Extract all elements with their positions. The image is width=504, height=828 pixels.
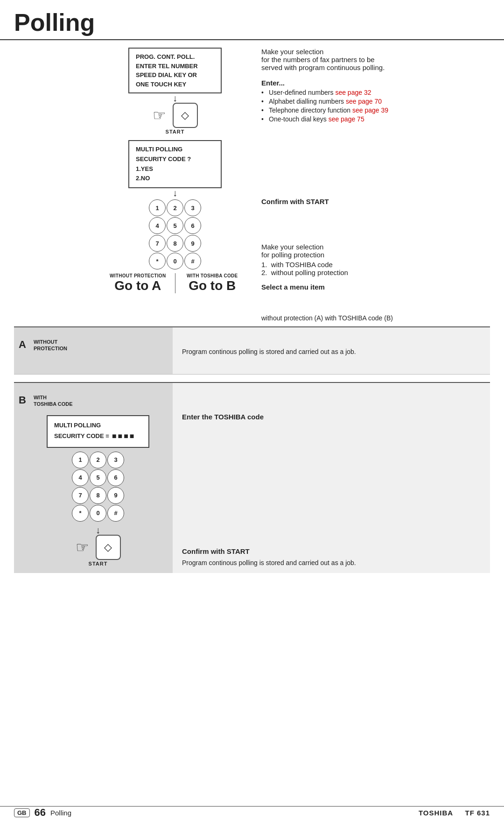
section-b-final-text: Program continous polling is stored and … <box>182 559 481 566</box>
key-*[interactable]: * <box>72 505 89 522</box>
sec-item-2: 2. without polling protection <box>261 269 490 276</box>
section-b-left: B WITH TOSHIBA CODE MULTI POLLING SECURI… <box>14 383 173 573</box>
top-screen-line3: SPEED DIAL KEY OR <box>136 71 214 80</box>
section-a-text: Program continous polling is stored and … <box>182 334 481 355</box>
arrow-down-1: ↓ <box>173 93 177 103</box>
confirm-start-top: Confirm with START <box>261 198 490 205</box>
arrow-down-2: ↓ <box>173 188 177 198</box>
footer-section: Polling <box>50 809 71 817</box>
bullet-1: User-defined numbers see page 32 <box>261 89 490 96</box>
footer-gb: GB <box>14 808 30 817</box>
bullet-3: Telephone directory function see page 39 <box>261 106 490 114</box>
enter-toshiba-label: Enter the TOSHIBA code <box>182 413 481 421</box>
sec-item-1: 1. with TOSHIBA code <box>261 261 490 269</box>
intro-text-3: served with program continuous polling. <box>261 64 490 71</box>
b-screen-line1: MULTI POLLING <box>54 421 142 431</box>
sec-note: without protection (A) with TOSHIBA code… <box>261 314 490 322</box>
start-button-b[interactable]: ◇ <box>96 535 121 560</box>
top-diagram: PROG. CONT. POLL. ENTER TEL NUMBER SPEED… <box>103 48 247 322</box>
key-7[interactable]: 7 <box>149 235 166 252</box>
keypad: 123456789*0# <box>149 199 201 269</box>
section-a: A WITHOUT PROTECTION Program continous p… <box>14 326 490 375</box>
key-5[interactable]: 5 <box>90 469 106 486</box>
sec-line3: 1.YES <box>136 164 214 174</box>
key-8[interactable]: 8 <box>90 487 106 504</box>
start-label-top: START <box>166 129 185 134</box>
key-4[interactable]: 4 <box>149 217 166 234</box>
key-#[interactable]: # <box>107 505 124 522</box>
top-screen-line2: ENTER TEL NUMBER <box>136 62 214 71</box>
key-8[interactable]: 8 <box>167 235 183 252</box>
key-5[interactable]: 5 <box>167 217 183 234</box>
key-#[interactable]: # <box>184 253 201 269</box>
keypad-b: 123456789*0# <box>72 452 124 522</box>
with-toshiba-label: WITH TOSHIBA CODE <box>187 273 238 278</box>
footer-model: TF 631 <box>465 809 490 817</box>
arrow-down-b: ↓ <box>96 525 100 535</box>
bullet-4: One-touch dial keys see page 75 <box>261 115 490 123</box>
footer-page: 66 <box>35 807 46 819</box>
key-2[interactable]: 2 <box>167 199 183 216</box>
footer: GB 66 Polling TOSHIBA TF 631 <box>0 806 504 819</box>
goto-b-col: WITH TOSHIBA CODE Go to B <box>177 273 248 293</box>
enter-bullets: User-defined numbers see page 32 Alphabe… <box>261 89 490 123</box>
key-0[interactable]: 0 <box>167 253 183 269</box>
section-a-sub-label: WITHOUT PROTECTION <box>34 339 67 352</box>
section-b-right: Enter the TOSHIBA code Confirm with STAR… <box>173 383 490 573</box>
link-2[interactable]: see page 70 <box>346 98 382 105</box>
key-3[interactable]: 3 <box>184 199 201 216</box>
section-a-left: A WITHOUT PROTECTION <box>14 327 173 374</box>
hand-start-b-row: ☞ ◇ <box>76 535 121 560</box>
goto-a-col: WITHOUT PROTECTION Go to A <box>103 273 173 293</box>
key-6[interactable]: 6 <box>107 469 124 486</box>
section-b: B WITH TOSHIBA CODE MULTI POLLING SECURI… <box>14 382 490 573</box>
link-4[interactable]: see page 75 <box>329 115 364 123</box>
select-menu-label: Select a menu item <box>261 283 490 291</box>
intro-text-1: Make your selection <box>261 48 490 56</box>
sec-line1: MULTI POLLING <box>136 145 214 155</box>
start-label-b: START <box>89 561 108 566</box>
key-4[interactable]: 4 <box>72 469 89 486</box>
top-screen-box: PROG. CONT. POLL. ENTER TEL NUMBER SPEED… <box>128 48 222 93</box>
key-3[interactable]: 3 <box>107 452 124 468</box>
goto-area: WITHOUT PROTECTION Go to A WITH TOSHIBA … <box>103 273 247 293</box>
bullet-2: Alphabet dialling numbers see page 70 <box>261 98 490 105</box>
sec-intro-2: for polling protection <box>261 251 490 259</box>
sec-line4: 2.NO <box>136 174 214 184</box>
footer-right: TOSHIBA TF 631 <box>419 809 490 817</box>
key-9[interactable]: 9 <box>184 235 201 252</box>
section-a-letter: A <box>19 339 26 351</box>
key-6[interactable]: 6 <box>184 217 201 234</box>
without-protection-label: WITHOUT PROTECTION <box>110 273 166 278</box>
top-text-column: Make your selection for the numbers of f… <box>247 48 490 322</box>
link-1[interactable]: see page 32 <box>335 89 371 96</box>
top-screen-line1: PROG. CONT. POLL. <box>136 52 214 62</box>
enter-label: Enter... <box>261 79 490 87</box>
goto-a-text: Go to A <box>114 278 161 293</box>
hand-pointer-icon: ☞ <box>153 106 166 124</box>
key-0[interactable]: 0 <box>90 505 106 522</box>
footer-left: GB 66 Polling <box>14 807 71 819</box>
key-1[interactable]: 1 <box>72 452 89 468</box>
key-7[interactable]: 7 <box>72 487 89 504</box>
section-b-letter: B <box>19 394 26 406</box>
hand-start-row: ☞ ◇ <box>153 103 198 128</box>
key-9[interactable]: 9 <box>107 487 124 504</box>
confirm-start-b: Confirm with START <box>182 547 481 555</box>
link-3[interactable]: see page 39 <box>352 106 388 114</box>
footer-brand: TOSHIBA <box>419 809 453 817</box>
key-1[interactable]: 1 <box>149 199 166 216</box>
b-screen-squares: ■■■■ <box>112 430 136 442</box>
security-screen-box: MULTI POLLING SECURITY CODE ? 1.YES 2.NO <box>128 140 222 188</box>
start-button-top[interactable]: ◇ <box>173 103 198 128</box>
key-*[interactable]: * <box>149 253 166 269</box>
sec-intro-1: Make your selection <box>261 243 490 251</box>
goto-b-text: Go to B <box>189 278 236 293</box>
section-b-screen: MULTI POLLING SECURITY CODE = ■■■■ <box>47 415 149 448</box>
section-b-sub-label: WITH TOSHIBA CODE <box>34 394 73 408</box>
key-2[interactable]: 2 <box>90 452 106 468</box>
page-title: Polling <box>0 0 504 40</box>
top-screen-line4: ONE TOUCH KEY <box>136 80 214 89</box>
section-a-right: Program continous polling is stored and … <box>173 327 490 374</box>
intro-text-2: for the numbers of fax partners to be <box>261 56 490 64</box>
